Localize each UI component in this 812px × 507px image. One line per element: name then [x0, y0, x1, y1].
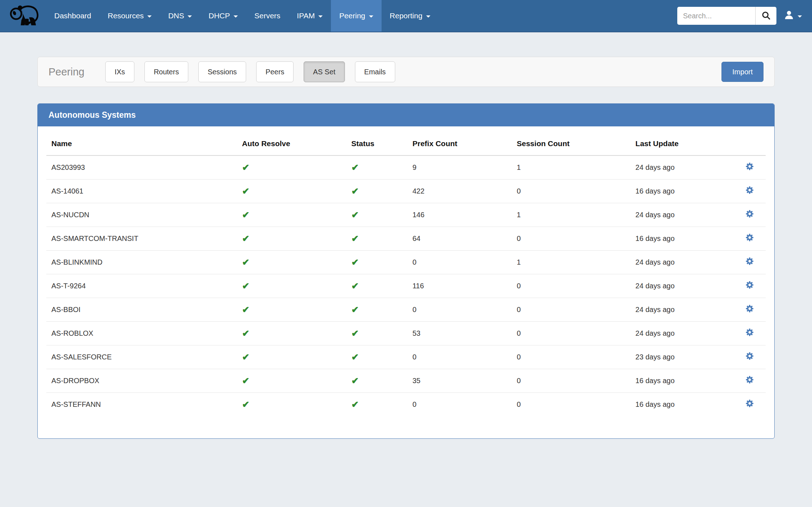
- gear-icon: [745, 190, 754, 196]
- navbar-right: [677, 0, 812, 32]
- as-name: AS-DROPBOX: [46, 369, 237, 392]
- session-count: 0: [512, 227, 630, 250]
- toolbar-button-ixs[interactable]: IXs: [105, 61, 134, 82]
- import-button[interactable]: Import: [721, 62, 763, 82]
- table-wrap: NameAuto ResolveStatusPrefix CountSessio…: [38, 126, 774, 438]
- check-icon: ✔: [351, 257, 359, 267]
- gear-icon: [745, 309, 754, 314]
- row-settings-button[interactable]: [745, 280, 754, 289]
- nav-item-reporting[interactable]: Reporting: [382, 0, 439, 32]
- main-content: Peering IXsRoutersSessionsPeersAS SetEma…: [0, 32, 812, 439]
- prefix-count: 53: [407, 321, 512, 345]
- table-body: AS203993 ✔ ✔ 9 1 24 days ago: [46, 155, 766, 416]
- as-name: AS-NUCDN: [46, 203, 237, 227]
- session-count: 0: [512, 392, 630, 416]
- as-name: AS-STEFFANN: [46, 392, 237, 416]
- table-row: AS-ROBLOX ✔ ✔ 53 0 24 days ago: [46, 321, 766, 345]
- as-name: AS-T-9264: [46, 274, 237, 298]
- last-update: 24 days ago: [631, 155, 726, 179]
- gear-icon: [745, 167, 754, 172]
- table-row: AS-T-9264 ✔ ✔ 116 0 24 days ago: [46, 274, 766, 298]
- peering-toolbar: Peering IXsRoutersSessionsPeersAS SetEma…: [37, 57, 775, 87]
- check-icon: ✔: [242, 328, 250, 338]
- chevron-down-icon: [234, 15, 238, 18]
- toolbar-button-sessions[interactable]: Sessions: [198, 61, 246, 82]
- table-row: AS-NUCDN ✔ ✔ 146 1 24 days ago: [46, 203, 766, 227]
- last-update: 16 days ago: [631, 179, 726, 203]
- row-settings-button[interactable]: [745, 209, 754, 218]
- user-menu[interactable]: [784, 10, 802, 22]
- row-settings-button[interactable]: [745, 399, 754, 408]
- gear-icon: [745, 356, 754, 362]
- gear-icon: [745, 380, 754, 385]
- session-count: 1: [512, 155, 630, 179]
- nav-items: Dashboard Resources DNS DHCP Servers IPA…: [46, 0, 439, 32]
- search-button[interactable]: [756, 7, 776, 25]
- check-icon: ✔: [351, 186, 359, 196]
- check-icon: ✔: [242, 210, 250, 220]
- gear-icon: [745, 285, 754, 290]
- check-icon: ✔: [351, 304, 359, 315]
- row-settings-button[interactable]: [745, 304, 754, 313]
- nav-item-dns[interactable]: DNS: [160, 0, 200, 32]
- row-settings-button[interactable]: [745, 352, 754, 361]
- toolbar-buttons: IXsRoutersSessionsPeersAS SetEmails: [105, 61, 405, 82]
- toolbar-button-routers[interactable]: Routers: [144, 61, 188, 82]
- session-count: 0: [512, 274, 630, 298]
- toolbar-button-peers[interactable]: Peers: [256, 61, 294, 82]
- chevron-down-icon: [426, 15, 430, 18]
- nav-item-servers[interactable]: Servers: [246, 0, 289, 32]
- nav-item-label: IPAM: [297, 11, 315, 20]
- nav-item-dhcp[interactable]: DHCP: [200, 0, 246, 32]
- session-count: 0: [512, 369, 630, 392]
- toolbar-button-as-set[interactable]: AS Set: [304, 61, 345, 82]
- session-count: 0: [512, 345, 630, 369]
- check-icon: ✔: [242, 376, 250, 386]
- session-count: 0: [512, 321, 630, 345]
- search-input[interactable]: [677, 7, 756, 25]
- last-update: 16 days ago: [631, 227, 726, 250]
- prefix-count: 35: [407, 369, 512, 392]
- column-header-prefix-count: Prefix Count: [407, 126, 512, 155]
- row-settings-button[interactable]: [745, 186, 754, 195]
- prefix-count: 146: [407, 203, 512, 227]
- nav-item-dashboard[interactable]: Dashboard: [46, 0, 100, 32]
- gear-icon: [745, 261, 754, 267]
- check-icon: ✔: [242, 233, 250, 243]
- check-icon: ✔: [242, 162, 250, 172]
- as-name: AS-ROBLOX: [46, 321, 237, 345]
- gear-icon: [745, 238, 754, 243]
- nav-item-label: Reporting: [390, 11, 423, 20]
- toolbar-button-emails[interactable]: Emails: [355, 61, 395, 82]
- column-header-session-count: Session Count: [512, 126, 630, 155]
- last-update: 24 days ago: [631, 298, 726, 321]
- table-row: AS-SMARTCOM-TRANSIT ✔ ✔ 64 0 16 days ago: [46, 227, 766, 250]
- chevron-down-icon: [798, 15, 802, 18]
- prefix-count: 422: [407, 179, 512, 203]
- row-settings-button[interactable]: [745, 257, 754, 266]
- page-title: Peering: [49, 66, 84, 78]
- nav-item-peering[interactable]: Peering: [331, 0, 381, 32]
- session-count: 0: [512, 179, 630, 203]
- brand-logo[interactable]: [0, 0, 46, 32]
- check-icon: ✔: [351, 233, 359, 243]
- prefix-count: 0: [407, 250, 512, 274]
- column-header-auto-resolve: Auto Resolve: [237, 126, 346, 155]
- check-icon: ✔: [242, 186, 250, 196]
- panda-logo-icon: [7, 3, 40, 29]
- row-settings-button[interactable]: [745, 233, 754, 242]
- nav-item-resources[interactable]: Resources: [100, 0, 160, 32]
- as-name: AS-SALESFORCE: [46, 345, 237, 369]
- nav-item-label: Peering: [339, 11, 365, 20]
- as-name: AS-14061: [46, 179, 237, 203]
- prefix-count: 0: [407, 345, 512, 369]
- check-icon: ✔: [242, 304, 250, 315]
- top-navbar: Dashboard Resources DNS DHCP Servers IPA…: [0, 0, 812, 32]
- row-settings-button[interactable]: [745, 162, 754, 171]
- check-icon: ✔: [351, 352, 359, 362]
- nav-item-label: Servers: [254, 11, 280, 20]
- nav-item-ipam[interactable]: IPAM: [289, 0, 331, 32]
- row-settings-button[interactable]: [745, 328, 754, 337]
- autonomous-systems-table: NameAuto ResolveStatusPrefix CountSessio…: [46, 126, 766, 416]
- row-settings-button[interactable]: [745, 375, 754, 384]
